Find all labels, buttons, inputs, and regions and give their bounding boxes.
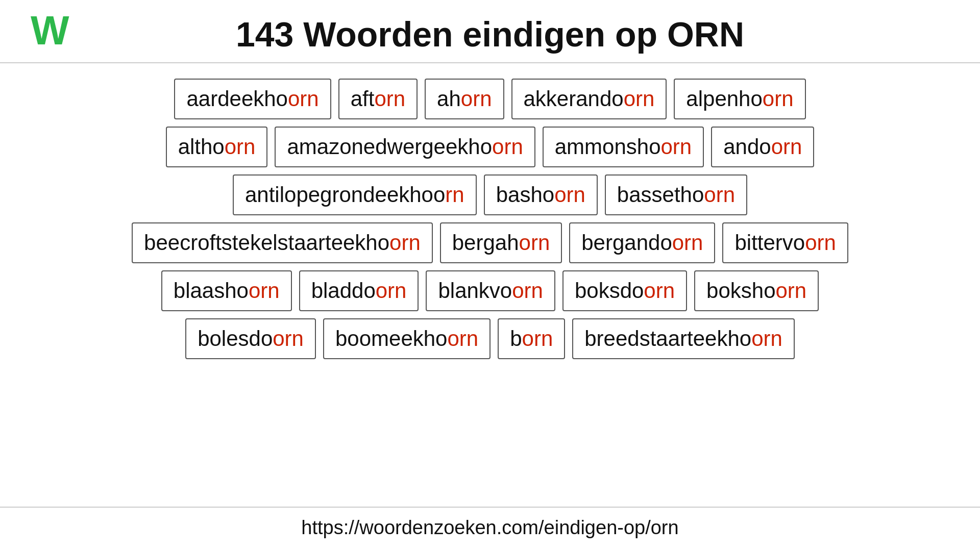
word-suffix: orn — [672, 231, 703, 255]
word-suffix: orn — [776, 279, 807, 303]
page-title: 143 Woorden eindigen op ORN — [236, 14, 744, 54]
word-box: bittervoorn — [722, 222, 848, 263]
word-box: alpenhoorn — [674, 79, 805, 119]
word-box: antilopegrondeekhoorn — [233, 174, 477, 215]
word-box: bassethoorn — [605, 174, 747, 215]
word-box: born — [498, 318, 565, 359]
word-row-2: antilopegrondeekhoornbashoornbassethoorn — [233, 174, 747, 215]
word-box: aftorn — [338, 79, 418, 119]
word-prefix: boksdo — [575, 279, 644, 303]
word-box: amazonedwergeekhoorn — [275, 127, 535, 167]
word-row-4: blaashoornbladdoornblankvoornboksdoornbo… — [161, 270, 819, 311]
words-grid: aardeekhoornaftornahornakkerandoornalpen… — [0, 63, 980, 507]
word-row-3: beecroftstekelstaarteekhoornbergahornber… — [132, 222, 848, 263]
word-box: andoorn — [711, 127, 814, 167]
word-suffix: orn — [624, 87, 655, 111]
word-prefix: b — [510, 327, 522, 351]
word-suffix: orn — [512, 279, 543, 303]
word-box: blankvoorn — [426, 270, 555, 311]
word-prefix: bassetho — [617, 183, 704, 207]
word-box: beecroftstekelstaarteekhoorn — [132, 222, 433, 263]
word-suffix: orn — [447, 327, 478, 351]
word-suffix: orn — [376, 279, 407, 303]
word-box: bladdoorn — [299, 270, 419, 311]
word-box: bergandoorn — [569, 222, 715, 263]
word-box: blaashoorn — [161, 270, 292, 311]
word-row-0: aardeekhoornaftornahornakkerandoornalpen… — [174, 79, 805, 119]
word-prefix: beecroftstekelstaarteekho — [144, 231, 389, 255]
word-box: althoorn — [166, 127, 268, 167]
word-prefix: bergando — [581, 231, 672, 255]
word-prefix: alpenho — [686, 87, 762, 111]
word-prefix: ando — [723, 135, 771, 159]
word-suffix: orn — [704, 183, 735, 207]
word-box: breedstaarteekhoorn — [572, 318, 795, 359]
word-prefix: ah — [437, 87, 461, 111]
word-prefix: altho — [178, 135, 225, 159]
word-suffix: orn — [644, 279, 675, 303]
word-box: bashoorn — [484, 174, 598, 215]
word-box: aardeekhoorn — [174, 79, 331, 119]
word-row-1: althoornamazonedwergeekhoornammonshoorna… — [166, 127, 815, 167]
word-row-5: bolesdoornboomeekhoornbornbreedstaarteek… — [185, 318, 795, 359]
word-suffix: orn — [522, 327, 553, 351]
word-prefix: bergah — [452, 231, 519, 255]
word-box: boomeekhoorn — [323, 318, 491, 359]
word-prefix: blaasho — [174, 279, 249, 303]
word-box: ahorn — [425, 79, 504, 119]
word-box: bolesdoorn — [185, 318, 316, 359]
word-box: ammonshoorn — [543, 127, 704, 167]
word-suffix: orn — [273, 327, 304, 351]
word-suffix: orn — [288, 87, 319, 111]
word-suffix: orn — [805, 231, 836, 255]
word-prefix: basho — [496, 183, 554, 207]
word-suffix: orn — [751, 327, 782, 351]
word-box: bergahorn — [440, 222, 562, 263]
word-prefix: boomeekho — [335, 327, 448, 351]
word-suffix: rn — [445, 183, 464, 207]
word-suffix: orn — [763, 87, 794, 111]
word-prefix: bittervo — [734, 231, 805, 255]
word-suffix: orn — [492, 135, 523, 159]
word-suffix: orn — [771, 135, 802, 159]
word-prefix: boksho — [706, 279, 775, 303]
word-suffix: orn — [389, 231, 421, 255]
word-prefix: antilopegrondeekhoo — [245, 183, 445, 207]
word-suffix: orn — [461, 87, 492, 111]
word-box: boksdoorn — [562, 270, 687, 311]
word-prefix: ammonsho — [555, 135, 661, 159]
word-prefix: aardeekho — [186, 87, 288, 111]
word-prefix: akkerando — [524, 87, 624, 111]
word-suffix: orn — [249, 279, 280, 303]
word-suffix: orn — [374, 87, 405, 111]
word-box: akkerandoorn — [511, 79, 667, 119]
word-suffix: orn — [519, 231, 550, 255]
word-prefix: blankvo — [438, 279, 512, 303]
word-prefix: aft — [351, 87, 375, 111]
word-prefix: breedstaarteekho — [584, 327, 751, 351]
word-box: bokshoorn — [694, 270, 819, 311]
word-prefix: amazonedwergeekho — [287, 135, 492, 159]
word-prefix: bladdo — [311, 279, 376, 303]
footer-url: https://woordenzoeken.com/eindigen-op/or… — [0, 507, 980, 551]
word-suffix: orn — [661, 135, 692, 159]
word-suffix: orn — [554, 183, 585, 207]
logo: W — [31, 10, 69, 51]
word-prefix: bolesdo — [198, 327, 273, 351]
word-suffix: orn — [225, 135, 256, 159]
